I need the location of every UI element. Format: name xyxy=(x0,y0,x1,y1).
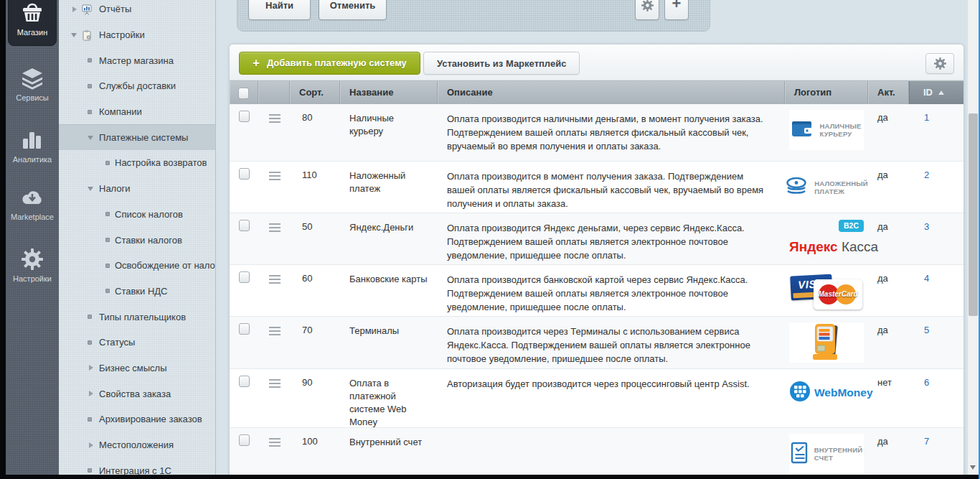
id-link[interactable]: 3 xyxy=(924,221,929,232)
id-link[interactable]: 6 xyxy=(924,377,929,388)
yandex-kassa-logo: B2CЯндекс Касса xyxy=(789,219,867,261)
menu-item[interactable]: Ставки НДС xyxy=(59,279,215,304)
logo-text: СЧЕТ xyxy=(814,454,862,462)
menu-item[interactable]: Настройки xyxy=(59,22,215,48)
id-link[interactable]: 2 xyxy=(924,169,929,180)
find-button[interactable]: Найти xyxy=(248,0,311,20)
menu-item[interactable]: Бизнес смыслы xyxy=(59,355,215,381)
row-checkbox-cell xyxy=(230,213,258,264)
menu-item[interactable]: Службы доставки xyxy=(59,73,215,99)
rail-item-services[interactable]: Сервисы xyxy=(6,62,59,102)
bullet-icon xyxy=(105,264,110,268)
bullet-icon xyxy=(88,468,92,473)
chevron-down-icon xyxy=(88,136,93,143)
drag-handle-icon[interactable] xyxy=(269,379,281,388)
drag-handle-icon[interactable] xyxy=(269,114,281,123)
menu-item[interactable]: Архивирование заказов xyxy=(59,406,215,432)
payment-system-name: Оплата в платежной системе Web Money xyxy=(340,369,438,427)
row-checkbox[interactable] xyxy=(239,220,250,231)
drag-handle-icon[interactable] xyxy=(269,223,281,232)
row-checkbox-cell xyxy=(230,162,258,213)
id-link[interactable]: 4 xyxy=(924,273,929,284)
column-header-sort[interactable]: Сорт. xyxy=(290,81,340,104)
row-checkbox[interactable] xyxy=(239,376,250,387)
payment-system-description: Оплата производится наличными деньгами, … xyxy=(438,104,785,161)
payment-systems-panel: Добавить платежную систему Установить из… xyxy=(230,45,963,479)
id-cell: 5 xyxy=(909,317,963,368)
row-checkbox[interactable] xyxy=(239,271,250,283)
shop-admin-page: МагазинСервисыАналитикаMarketplace Настр… xyxy=(0,0,980,479)
cancel-button[interactable]: Отменить xyxy=(319,0,387,20)
screen-bottom-edge xyxy=(0,475,980,479)
column-header-id[interactable]: ID xyxy=(909,81,963,104)
menu-item[interactable]: Статусы xyxy=(59,330,215,355)
menu-item[interactable]: Местоположения xyxy=(59,432,215,458)
scrollbar-down-button[interactable] xyxy=(968,462,979,473)
chevron-right-icon xyxy=(89,442,96,448)
plus-icon xyxy=(672,0,682,11)
menu-item[interactable]: Список налогов xyxy=(59,202,215,228)
filter-settings-button[interactable] xyxy=(635,0,659,20)
id-link[interactable]: 7 xyxy=(924,436,929,447)
drag-handle-icon[interactable] xyxy=(269,438,281,447)
menu-item[interactable]: Налоги xyxy=(59,176,215,202)
screen-left-edge xyxy=(0,0,6,479)
drag-handle-icon[interactable] xyxy=(269,275,281,284)
rail-item-analytics[interactable]: Аналитика xyxy=(6,124,59,164)
menu-item[interactable]: Платежные системы xyxy=(59,124,215,150)
scrollbar-thumb[interactable] xyxy=(969,113,978,316)
payment-system-row: 90Оплата в платежной системе Web MoneyАв… xyxy=(230,369,963,428)
payment-system-description xyxy=(438,428,785,479)
active-value: нет xyxy=(868,369,909,427)
menu-item[interactable]: Ставки налогов xyxy=(59,227,215,253)
menu-item[interactable]: Настройка возвратов xyxy=(59,150,215,176)
drag-handle-icon[interactable] xyxy=(269,327,281,335)
menu-item-label: Ставки НДС xyxy=(115,286,167,297)
filter-add-button[interactable] xyxy=(664,0,689,20)
id-link[interactable]: 5 xyxy=(924,325,929,335)
column-header-name[interactable]: Название xyxy=(340,81,438,104)
wallet-icon xyxy=(791,119,814,141)
id-cell: 3 xyxy=(909,213,963,264)
rail-item-shop[interactable]: Магазин xyxy=(8,0,57,46)
select-all-checkbox[interactable] xyxy=(238,88,249,99)
drag-handle-icon[interactable] xyxy=(269,172,281,180)
payment-system-description: Авторизация будет производится через про… xyxy=(438,369,785,427)
column-header-logo[interactable]: Логотип xyxy=(785,81,868,104)
menu-item[interactable]: Типы плательщиков xyxy=(59,304,215,330)
left-rail: МагазинСервисыАналитикаMarketplace Настр… xyxy=(6,0,59,479)
active-value: да xyxy=(868,265,909,316)
sort-value: 90 xyxy=(290,369,340,427)
id-link[interactable]: 1 xyxy=(924,112,929,123)
row-checkbox[interactable] xyxy=(239,323,250,335)
row-checkbox[interactable] xyxy=(239,111,250,122)
menu-item[interactable]: Свойства заказа xyxy=(59,381,215,406)
column-header-description[interactable]: Описание xyxy=(438,81,785,104)
menu-item[interactable]: Освобождение от нало xyxy=(59,253,215,279)
bank-cards-logo: VISAMasterCard xyxy=(789,271,864,312)
sort-value: 110 xyxy=(290,162,340,213)
menu-item-label: Отчёты xyxy=(99,4,131,14)
menu-item[interactable]: Мастер магазина xyxy=(59,47,215,73)
add-payment-system-button[interactable]: Добавить платежную систему xyxy=(239,52,420,75)
row-checkbox[interactable] xyxy=(239,168,250,180)
row-checkbox[interactable] xyxy=(239,434,250,446)
menu-item[interactable]: Отчёты xyxy=(59,0,215,22)
sort-value: 80 xyxy=(290,104,340,161)
menu-item-label: Свойства заказа xyxy=(99,389,171,399)
row-handle-cell xyxy=(258,428,290,479)
list-settings-button[interactable] xyxy=(925,53,954,74)
rail-item-label: Сервисы xyxy=(6,93,59,102)
rail-item-settings[interactable]: Настройки xyxy=(6,243,59,283)
webmoney-label: WebMoney xyxy=(814,386,873,399)
mastercard-logo: MasterCard xyxy=(814,279,862,310)
install-marketplace-button[interactable]: Установить из Маркетплейс xyxy=(423,52,580,75)
row-checkbox-cell xyxy=(230,265,258,316)
column-header-active[interactable]: Акт. xyxy=(868,81,909,104)
id-header-label: ID xyxy=(923,87,933,98)
payment-system-row: 80Наличные курьеруОплата производится на… xyxy=(230,104,963,162)
banknotes-icon xyxy=(785,177,809,199)
filter-panel: Найти Отменить xyxy=(237,0,710,32)
rail-item-marketplace[interactable]: Marketplace xyxy=(6,181,59,221)
menu-item[interactable]: Компании xyxy=(59,99,215,125)
